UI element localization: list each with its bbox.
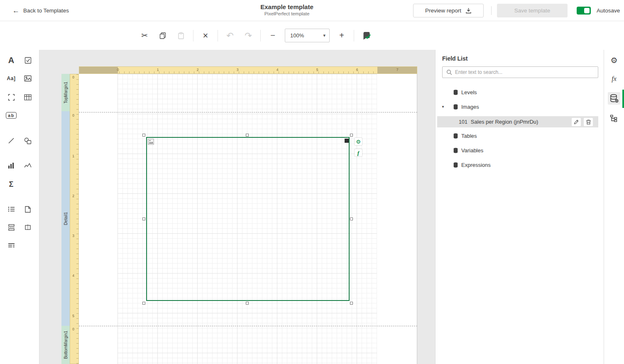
database-icon (453, 162, 458, 168)
collapse-caret-icon[interactable]: ▼ (441, 105, 445, 109)
check-box-tool[interactable] (21, 54, 34, 67)
band-label-bottom-margin: BottomMargin1 (64, 331, 68, 359)
horizontal-ruler: 0 1 2 3 4 5 6 7 (79, 66, 417, 74)
character-comb-tool[interactable]: ab (5, 109, 18, 122)
paste-icon (177, 32, 185, 39)
search-input[interactable] (455, 69, 594, 75)
ruler-label: 5 (70, 314, 76, 318)
back-to-templates[interactable]: ← Back to Templates (12, 0, 69, 21)
design-canvas: 0 1 2 3 4 5 6 7 0 0 1 2 3 4 5 0 TopMargi… (39, 50, 435, 364)
paste-button[interactable] (175, 29, 187, 42)
chart-tool[interactable] (5, 159, 18, 172)
ruler-label: 2 (70, 194, 76, 198)
table-of-contents-tool[interactable] (5, 239, 18, 252)
redo-icon: ↷ (245, 31, 252, 41)
autosave-label: Autosave (597, 7, 620, 14)
database-icon (453, 90, 458, 95)
band-separator-bottom[interactable] (79, 326, 417, 326)
resize-handle-s[interactable] (246, 302, 249, 305)
field-list-title: Field List (442, 55, 467, 62)
page-break-icon (8, 224, 15, 231)
element-settings-button[interactable]: ⚙ (355, 138, 362, 145)
bullet-list-icon (8, 206, 15, 212)
tree-item-expressions[interactable]: Expressions (436, 160, 604, 170)
page-info-tool[interactable] (21, 203, 34, 216)
field-list-panel: Field List Levels ▼ Images 101 Sales per… (435, 50, 604, 364)
tree-item-image-101[interactable]: 101 Sales per Region (jnPmrDu) (437, 116, 598, 127)
tree-item-label: Images (461, 104, 479, 110)
expression-editor-tab[interactable]: fx (608, 73, 620, 85)
ruler-label: 3 (70, 234, 76, 238)
settings-tab[interactable]: ⚙ (608, 54, 620, 66)
smart-tag-handle[interactable] (345, 139, 349, 143)
validate-template-button[interactable] (360, 29, 374, 42)
save-template-button[interactable]: Save template (497, 4, 568, 17)
edit-item-button[interactable] (572, 118, 581, 126)
resize-handle-w[interactable] (142, 217, 145, 220)
tree-item-tables[interactable]: Tables (436, 131, 604, 141)
cross-band-icon (24, 224, 31, 231)
zoom-out-button[interactable]: − (267, 29, 279, 42)
field-list-tab[interactable] (608, 92, 620, 105)
band-strip-detail[interactable]: Detail1 (61, 111, 70, 326)
ruler-label: 6 (356, 68, 358, 72)
tree-item-levels[interactable]: Levels (436, 87, 604, 97)
zoom-level-value: 100% (290, 32, 323, 39)
shape-tool[interactable] (21, 134, 34, 147)
check-box-icon (24, 57, 32, 64)
gear-icon: ⚙ (356, 139, 361, 144)
app-header: ← Back to Templates Example template Pix… (0, 0, 624, 21)
tree-item-variables[interactable]: Variables (436, 145, 604, 155)
rich-text-tool[interactable]: Aa] (5, 72, 18, 85)
band-separator-top[interactable] (79, 112, 417, 112)
table-tool[interactable] (21, 90, 34, 104)
field-list-search (442, 66, 598, 78)
element-expression-button[interactable]: f (355, 149, 362, 156)
tree-item-images[interactable]: ▼ Images (436, 102, 604, 112)
undo-button[interactable]: ↶ (224, 29, 236, 42)
zoom-in-button[interactable]: + (335, 29, 348, 42)
toc-icon (8, 243, 15, 249)
band-strip-top-margin[interactable]: TopMargin1 (61, 74, 70, 111)
undo-icon: ↶ (226, 31, 234, 41)
panel-tool[interactable] (5, 90, 18, 104)
resize-handle-n[interactable] (246, 134, 249, 137)
ruler-label: 4 (277, 68, 279, 72)
sparkline-tool[interactable] (21, 159, 34, 172)
delete-item-button[interactable] (584, 118, 593, 126)
resize-handle-e[interactable] (350, 217, 353, 220)
selected-image-element[interactable] (146, 137, 350, 301)
zoom-level-select[interactable]: 100% ▾ (285, 29, 330, 42)
line-tool[interactable] (5, 134, 18, 147)
page-break-tool[interactable] (5, 221, 18, 234)
autosave-toggle[interactable] (577, 7, 591, 15)
validate-template-icon (362, 31, 372, 41)
levels-tab[interactable] (608, 112, 620, 125)
sigma-icon: Σ (9, 180, 14, 189)
resize-handle-nw[interactable] (142, 134, 145, 137)
redo-button[interactable]: ↷ (242, 29, 254, 42)
copy-button[interactable] (157, 29, 169, 42)
resize-handle-ne[interactable] (350, 134, 353, 137)
download-icon (465, 7, 472, 14)
template-title: Example template (260, 3, 313, 10)
edit-pencil-icon (574, 120, 579, 125)
zoom-out-icon: − (270, 31, 275, 40)
cut-button[interactable]: ✂ (138, 29, 151, 42)
label-tool[interactable]: A (5, 54, 18, 67)
resize-handle-se[interactable] (350, 302, 353, 305)
table-icon (24, 94, 32, 100)
image-item-id: 101 (459, 119, 467, 125)
summary-tool[interactable]: Σ (5, 178, 18, 191)
delete-button[interactable]: × (199, 29, 212, 42)
preview-report-button[interactable]: Preview report (413, 4, 484, 17)
vertical-ruler: 0 0 1 2 3 4 5 0 (70, 74, 79, 364)
resize-handle-sw[interactable] (142, 302, 145, 305)
band-strip-bottom-margin[interactable]: BottomMargin1 (61, 326, 70, 364)
tree-item-label: Levels (461, 89, 477, 95)
picture-box-tool[interactable] (21, 72, 34, 85)
ruler-label: 5 (316, 68, 318, 72)
cross-band-tool[interactable] (21, 221, 34, 234)
list-tool[interactable] (5, 203, 18, 216)
toggle-knob (584, 8, 590, 13)
